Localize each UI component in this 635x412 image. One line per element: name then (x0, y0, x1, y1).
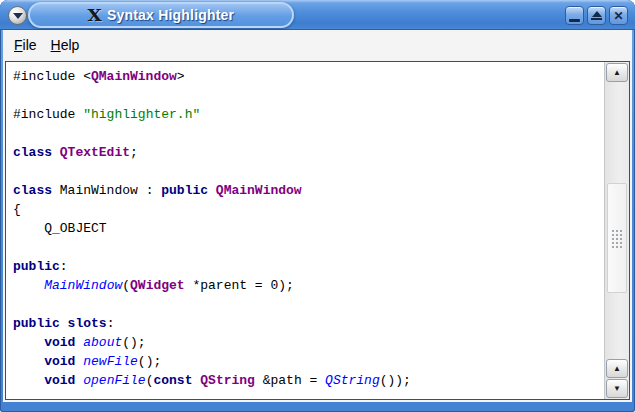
x11-app-icon: X (87, 7, 101, 24)
code-token (13, 335, 44, 350)
arrow-down-icon: ▼ (613, 385, 621, 393)
code-token: ; (130, 145, 138, 160)
code-line: public: (13, 257, 604, 276)
code-token: newFile (83, 354, 138, 369)
code-token: &path = (255, 373, 325, 388)
maximize-icon (591, 11, 602, 20)
scroll-down-button[interactable]: ▼ (606, 379, 628, 398)
scroll-up-button-bottom[interactable]: ▲ (606, 359, 628, 378)
code-token: QMainWindow (216, 183, 302, 198)
code-token: void (44, 335, 83, 350)
code-line: void newFile(); (13, 352, 604, 371)
code-token (13, 278, 44, 293)
code-token: class (13, 145, 60, 160)
code-line (13, 238, 604, 257)
menu-item-help[interactable]: Help (44, 33, 87, 57)
menu-bar: FileHelp (3, 30, 632, 60)
code-token: void (44, 373, 83, 388)
code-token: openFile (83, 373, 145, 388)
code-token: : (107, 316, 115, 331)
title-tab[interactable]: X Syntax Highlighter (28, 2, 294, 28)
code-token: #include (13, 107, 83, 122)
code-token: MainWindow : (60, 183, 161, 198)
code-token: (); (122, 335, 145, 350)
code-token: class (13, 183, 60, 198)
window-menu-button[interactable] (8, 6, 27, 25)
scroll-up-button[interactable]: ▲ (606, 63, 628, 82)
code-token: void (44, 354, 83, 369)
code-line: Q_OBJECT (13, 219, 604, 238)
code-line: #include "highlighter.h" (13, 105, 604, 124)
code-line (13, 162, 604, 181)
close-button[interactable]: ✕ (609, 6, 628, 25)
code-pane[interactable]: #include <QMainWindow>#include "highligh… (6, 62, 604, 399)
code-token: public (161, 183, 216, 198)
code-line: class QTextEdit; (13, 143, 604, 162)
code-line (13, 124, 604, 143)
minimize-button[interactable] (565, 6, 584, 25)
code-line: class MainWindow : public QMainWindow (13, 181, 604, 200)
arrow-up-icon: ▲ (613, 69, 621, 77)
caption-buttons: ✕ (565, 6, 628, 25)
code-line: #include <QMainWindow> (13, 67, 604, 86)
code-token: const (153, 373, 200, 388)
code-editor[interactable]: #include <QMainWindow>#include "highligh… (5, 61, 630, 400)
menu-item-file[interactable]: File (7, 33, 44, 57)
code-line: void about(); (13, 333, 604, 352)
code-token: MainWindow (44, 278, 122, 293)
code-token: public slots (13, 316, 107, 331)
code-token: *parent = 0); (185, 278, 294, 293)
code-token: "highlighter.h" (83, 107, 200, 122)
code-token: QString (325, 373, 380, 388)
code-line (13, 295, 604, 314)
code-token: QWidget (130, 278, 185, 293)
code-token: : (60, 259, 68, 274)
code-token: QString (200, 373, 255, 388)
chevron-down-icon (13, 13, 23, 19)
code-token: QTextEdit (60, 145, 130, 160)
close-icon: ✕ (613, 10, 623, 22)
code-token: { (13, 202, 21, 217)
code-token: QMainWindow (91, 69, 177, 84)
scrollbar-grip-icon (611, 229, 624, 248)
code-token: #include < (13, 69, 91, 84)
code-token (13, 354, 44, 369)
code-token: > (177, 69, 185, 84)
code-token: (); (138, 354, 161, 369)
code-line (13, 86, 604, 105)
code-token: ( (122, 278, 130, 293)
code-token: about (83, 335, 122, 350)
code-token: ()); (380, 373, 411, 388)
window-body: FileHelp #include <QMainWindow>#include … (3, 30, 632, 402)
maximize-button[interactable] (587, 6, 606, 25)
code-token: Q_OBJECT (13, 221, 107, 236)
code-token (13, 373, 44, 388)
code-token: public (13, 259, 60, 274)
window-title: Syntax Highlighter (107, 7, 234, 23)
arrow-up-icon: ▲ (613, 365, 621, 373)
vertical-scrollbar[interactable]: ▲ ▲ ▼ (604, 62, 629, 399)
title-bar[interactable]: X Syntax Highlighter ✕ (0, 0, 635, 30)
scrollbar-thumb[interactable] (607, 183, 627, 293)
minimize-icon (569, 19, 580, 22)
code-line: public slots: (13, 314, 604, 333)
app-window: X Syntax Highlighter ✕ FileHelp #include… (0, 0, 635, 412)
code-line: { (13, 200, 604, 219)
code-line: MainWindow(QWidget *parent = 0); (13, 276, 604, 295)
code-line: void openFile(const QString &path = QStr… (13, 371, 604, 390)
